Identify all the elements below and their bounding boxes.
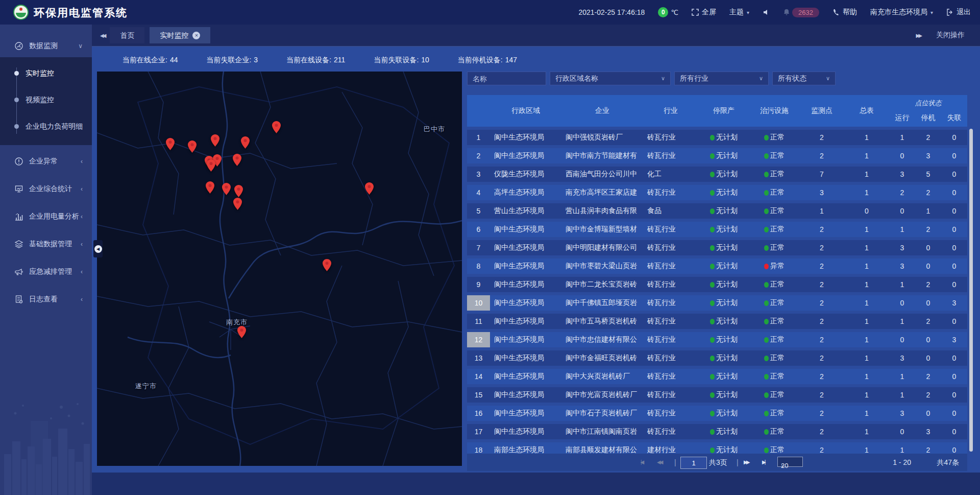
sidebar-subitem-0-2[interactable]: 企业电力负荷明细 [0,113,92,140]
name-filter[interactable] [467,72,546,85]
tabs-scroll-left-icon[interactable]: ◀◀ [100,33,105,38]
page-number-input[interactable] [680,457,707,469]
sidebar: 数据监测∨实时监控视频监控企业电力负荷明细企业异常‹企业综合统计‹企业用电量分析… [0,25,92,495]
tab-home[interactable]: 首页 [110,27,144,43]
pagination-bar: |◀ ◀◀ | 共3页 | ▶▶ ▶| 20 ∨ 1 - 20 共47条 [467,454,967,471]
header-company[interactable]: 企业 [561,106,643,115]
cell-monitor-count: 2 [799,299,844,307]
tabs-scroll-right-icon[interactable]: ▶▶ [916,33,921,38]
map-pin[interactable] [207,159,215,172]
cell-treatment-status: 正常 [749,390,799,399]
table-row[interactable]: 9阆中生态环境局阆中市二龙长宝页岩砖砖瓦行业无计划正常21120 [467,277,967,292]
status-dot-icon [764,411,769,416]
header-lost[interactable]: 失联 [941,113,967,123]
cell-company: 西南油气田分公司川中 [561,170,643,179]
table-row[interactable]: 4高坪生态环境局南充市高坪区王家店建砖瓦行业无计划正常31220 [467,185,967,200]
cell-meter-count: 1 [844,188,889,197]
table-row[interactable]: 12阆中生态环境局阆中市忠信建材有限公砖瓦行业无计划正常21003 [467,332,967,347]
log-icon [14,295,23,304]
table-row[interactable]: 10阆中生态环境局阆中千佛镇五郎垭页岩砖瓦行业无计划正常21003 [467,295,967,311]
fullscreen-button[interactable]: 全屏 [692,8,716,17]
map-panel[interactable]: 巴中市南充市遂宁市 [97,72,462,466]
sidebar-item-6[interactable]: 日志查看‹ [0,288,92,311]
map-pin[interactable] [166,138,175,150]
org-name: 南充市生态环境局 [870,8,927,17]
table-row[interactable]: 3仪陇生态环境局西南油气田分公司川中化工无计划正常71350 [467,167,967,182]
map-pin[interactable] [237,326,246,338]
sidebar-item-1[interactable]: 企业异常‹ [0,150,92,173]
logout-button[interactable]: 退出 [946,8,971,17]
header-industry[interactable]: 行业 [643,106,698,115]
alert-icon [14,157,23,166]
status-dot-icon [710,227,715,232]
table-row[interactable]: 2阆中生态环境局阆中市南方节能建材有砖瓦行业无计划正常21030 [467,148,967,163]
page-size-select[interactable]: 20 ∨ [777,457,803,467]
row-index: 17 [467,428,490,436]
header-down[interactable]: 停机 [915,113,941,123]
status-select[interactable]: 所有状态 ∨ [772,72,836,85]
table-scrollbar[interactable] [969,129,973,452]
table-row[interactable]: 16阆中生态环境局阆中市石子页岩机砖厂砖瓦行业无计划正常21300 [467,406,967,421]
header-region[interactable]: 行政区域 [490,106,561,115]
table-row[interactable]: 18南部生态环境局南部县顺发建材有限公建材行业无计划正常21120 [467,442,967,454]
map-pin[interactable] [222,183,231,195]
org-dropdown[interactable]: 南充市生态环境局 ▾ [870,8,933,17]
theme-dropdown[interactable]: 主题 ▾ [729,8,749,17]
map-pin[interactable] [241,136,250,149]
cell-treatment-status: 正常 [749,188,799,197]
close-operations-button[interactable]: 关闭操作 [936,31,965,40]
sidebar-item-0[interactable]: 数据监测∨ [0,35,92,57]
table-row[interactable]: 6阆中生态环境局阆中市金博瑞新型墙材砖瓦行业无计划正常21120 [467,222,967,237]
first-page-button[interactable]: |◀ [641,454,643,471]
sidebar-item-5[interactable]: 应急减排管理‹ [0,261,92,283]
header-treatment[interactable]: 治污设施 [749,106,799,115]
map-pin[interactable] [188,140,197,153]
sidebar-item-3[interactable]: 企业用电量分析‹ [0,205,92,228]
table-row[interactable]: 17阆中生态环境局阆中市江南镇阆南页岩砖瓦行业无计划正常21030 [467,424,967,439]
help-button[interactable]: 帮助 [832,8,857,17]
volume-button[interactable] [763,9,770,16]
map-pin[interactable] [206,181,214,194]
sidebar-collapse-button[interactable]: ◀ [93,240,103,257]
map-pin[interactable] [323,259,331,271]
table-row[interactable]: 14阆中生态环境局阆中大兴页岩机砖厂砖瓦行业无计划正常21120 [467,369,967,384]
map-pin[interactable] [233,198,242,210]
table-row[interactable]: 13阆中生态环境局阆中市金福旺页岩机砖砖瓦行业无计划正常21300 [467,350,967,366]
table-row[interactable]: 7阆中生态环境局阆中明阳建材有限公司砖瓦行业无计划正常21300 [467,240,967,255]
cell-industry: 砖瓦行业 [643,372,698,381]
table-row[interactable]: 15阆中生态环境局阆中市光富页岩机砖厂砖瓦行业无计划正常21120 [467,387,967,403]
table-row[interactable]: 11阆中生态环境局阆中市五马桥页岩机砖砖瓦行业无计划正常21120 [467,314,967,329]
cell-region: 阆中生态环境局 [490,409,561,418]
cell-monitor-count: 2 [799,336,844,344]
tab-label: 实时监控 [160,27,188,43]
header-meter[interactable]: 总表 [844,106,889,115]
last-page-button[interactable]: ▶| [762,454,764,471]
map-pin[interactable] [365,182,374,195]
table-row[interactable]: 5营山生态环境局营山县润丰肉食品有限食品无计划正常10010 [467,203,967,219]
map-pin[interactable] [211,134,219,147]
next-page-button[interactable]: ▶▶ [744,454,748,471]
sidebar-item-4[interactable]: 基础数据管理‹ [0,233,92,255]
map-pin[interactable] [233,154,241,166]
row-index: 11 [467,317,490,325]
header-monitor[interactable]: 监测点 [799,106,844,115]
header-stop[interactable]: 停限产 [698,106,749,115]
notifications-button[interactable]: 2632 [783,8,819,17]
table-row[interactable]: 1阆中生态环境局阆中强锐页岩砖厂砖瓦行业无计划正常21120 [467,130,967,145]
cell-industry: 砖瓦行业 [643,151,698,160]
sidebar-subitem-0-0[interactable]: 实时监控 [0,60,92,87]
prev-page-button[interactable]: ◀◀ [657,454,662,471]
table-row[interactable]: 8阆中生态环境局阆中市枣碧大梁山页岩砖瓦行业无计划异常21300 [467,258,967,274]
name-filter-input[interactable] [468,72,546,85]
sidebar-item-2[interactable]: 企业综合统计‹ [0,178,92,200]
cell-monitor-count: 1 [799,207,844,215]
map-pin[interactable] [272,121,281,133]
industry-select[interactable]: 所有行业 ∨ [674,72,769,85]
region-select[interactable]: 行政区域名称 ∨ [550,72,671,85]
header-run[interactable]: 运行 [889,113,915,123]
map-pin[interactable] [234,185,243,197]
sidebar-subitem-0-1[interactable]: 视频监控 [0,87,92,113]
tab-realtime-monitor[interactable]: 实时监控 × [150,27,210,43]
status-dot-icon [710,135,715,140]
tab-close-icon[interactable]: × [192,32,200,39]
